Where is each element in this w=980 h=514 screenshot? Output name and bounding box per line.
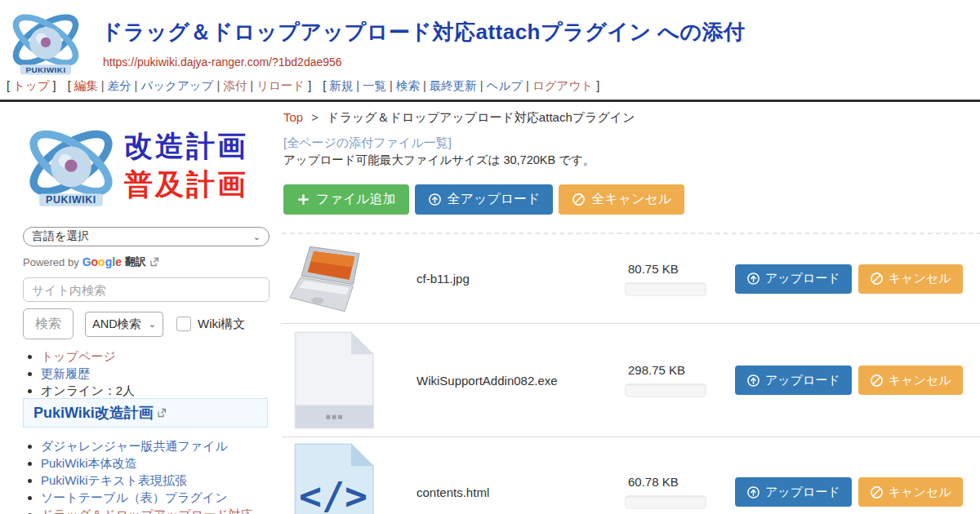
list-item: ソートテーブル（表）プラグイン — [41, 489, 268, 506]
svg-text:PUKIWIKI: PUKIWIKI — [25, 65, 65, 74]
nav-group: [ 新規 | 一覧 | 検索 | 最終更新 | ヘルプ | ログアウト ] — [323, 79, 599, 92]
cancel-button[interactable]: キャンセル — [858, 477, 963, 507]
cancel-all-label: 全キャンセル — [591, 191, 671, 208]
file-thumbnail — [288, 243, 386, 315]
project-box: PukiWiki改造計画 — [23, 398, 268, 428]
nav-group: [ 編集 | 差分 | バックアップ | 添付 | リロード ] — [68, 79, 312, 92]
page-title: ドラッグ＆ドロップアップロード対応attachプラグイン への添付 — [101, 18, 746, 47]
nav-link[interactable]: 新規 — [329, 79, 353, 92]
file-meta: 60.78 KB — [625, 475, 723, 509]
sidebar-link-list-top: トップページ更新履歴オンライン：2人 — [23, 348, 135, 399]
wiki-syntax-checkbox[interactable] — [176, 317, 191, 331]
max-upload-size-note: アップロード可能最大ファイルサイズは 30,720KB です。 — [283, 153, 595, 168]
sidebar-link[interactable]: ドラッグ＆ドロップアップロード対応attachプラグイン — [41, 507, 253, 514]
upload-all-button[interactable]: 全アップロード — [415, 184, 554, 215]
google-translate-credit: Powered by Google 翻訳 — [23, 255, 159, 269]
add-file-label: ファイル追加 — [316, 191, 396, 208]
list-item: 更新履歴 — [41, 365, 135, 382]
upload-progress-bar — [625, 282, 706, 296]
list-item: トップページ — [41, 348, 135, 365]
sidebar-link[interactable]: ダジャレンジャー版共通ファイル — [41, 439, 228, 453]
sidebar-link[interactable]: PukiWikiテキスト表現拡張 — [41, 473, 187, 487]
nav-link[interactable]: 添付 — [223, 79, 247, 92]
upload-progress-bar — [625, 495, 706, 509]
nav-link[interactable]: 差分 — [108, 79, 131, 92]
cancel-icon — [870, 374, 884, 388]
breadcrumb-current: ドラッグ＆ドロップアップロード対応attachプラグイン — [327, 110, 635, 124]
cancel-icon — [870, 485, 884, 499]
search-mode-value: AND検索 — [92, 317, 141, 332]
cancel-button[interactable]: キャンセル — [858, 366, 963, 395]
external-link-icon — [157, 408, 167, 418]
nav-link[interactable]: 最終更新 — [430, 79, 477, 92]
project-box-label: PukiWiki改造計画 — [33, 403, 154, 423]
file-thumbnail: </> — [288, 441, 386, 514]
file-name: contents.html — [386, 485, 625, 499]
sidebar-link[interactable]: 更新履歴 — [41, 366, 90, 380]
file-meta: 80.75 KB — [625, 262, 723, 296]
upload-progress-bar — [625, 383, 706, 397]
all-attachments-link[interactable]: [全ページの添付ファイル一覧] — [283, 135, 452, 151]
file-name: WikiSupportAddin082.exe — [386, 374, 625, 388]
wiki-syntax-label: Wiki構文 — [198, 317, 245, 332]
language-select[interactable]: 言語を選択 ⌄ — [23, 227, 270, 246]
powered-by-label: Powered by — [23, 256, 79, 268]
upload-icon — [746, 272, 760, 286]
file-row: WikiSupportAddin082.exe 298.75 KB アップロード… — [282, 324, 980, 437]
plus-icon — [296, 193, 310, 206]
banner-line2: 普及計画 — [124, 165, 248, 203]
list-item: ダジャレンジャー版共通ファイル — [41, 437, 268, 454]
chevron-down-icon: ⌄ — [253, 232, 261, 242]
nav-link[interactable]: ヘルプ — [487, 79, 523, 92]
top-nav: [ トップ ][ 編集 | 差分 | バックアップ | 添付 | リロード ][… — [7, 78, 611, 94]
breadcrumb-home-link[interactable]: Top — [283, 110, 303, 124]
sidebar-text: オンライン：2人 — [41, 383, 135, 397]
svg-text:</>: </> — [299, 474, 368, 514]
sidebar-link[interactable]: トップページ — [41, 349, 116, 363]
cancel-icon — [572, 193, 586, 206]
external-link-icon — [149, 257, 159, 267]
breadcrumb: Top > ドラッグ＆ドロップアップロード対応attachプラグイン — [283, 110, 635, 126]
page-url-link[interactable]: https://pukiwiki.dajya-ranger.com/?1bd2d… — [103, 55, 342, 69]
nav-link[interactable]: ログアウト — [532, 79, 593, 92]
nav-link[interactable]: トップ — [13, 79, 50, 92]
upload-button[interactable]: アップロード — [735, 366, 852, 395]
nav-link[interactable]: リロード — [256, 79, 305, 92]
header-divider — [0, 100, 980, 102]
nav-link[interactable]: 検索 — [396, 79, 420, 92]
nav-link[interactable]: バックアップ — [140, 79, 213, 92]
sidebar-banner[interactable]: PUKIWIKI 改造計画 普及計画 — [23, 111, 270, 219]
html-file-icon: </> — [288, 441, 378, 514]
site-search-input[interactable] — [23, 277, 270, 302]
list-item: PukiWikiテキスト表現拡張 — [41, 472, 268, 489]
google-logo: Google — [82, 255, 122, 268]
list-item: ドラッグ＆ドロップアップロード対応attachプラグイン — [41, 506, 268, 514]
sidebar-link[interactable]: PukiWiki本体改造 — [41, 456, 137, 470]
file-size: 60.78 KB — [625, 475, 723, 489]
upload-button[interactable]: アップロード — [735, 477, 852, 507]
file-row: cf-b11.jpg 80.75 KB アップロード キャンセル — [282, 234, 980, 324]
file-name: cf-b11.jpg — [386, 272, 625, 286]
list-item: PukiWiki本体改造 — [41, 454, 268, 472]
project-box-link[interactable]: PukiWiki改造計画 — [33, 403, 167, 423]
banner-text: 改造計画 普及計画 — [124, 126, 248, 204]
add-file-button[interactable]: ファイル追加 — [283, 184, 409, 215]
file-size: 80.75 KB — [625, 262, 723, 276]
file-drop-zone[interactable]: cf-b11.jpg 80.75 KB アップロード キャンセル WikiSup… — [282, 233, 980, 514]
svg-text:PUKIWIKI: PUKIWIKI — [46, 194, 96, 206]
sidebar-link-list-bottom: ダジャレンジャー版共通ファイルPukiWiki本体改造PukiWikiテキスト表… — [23, 437, 268, 514]
search-button[interactable]: 検索 — [23, 308, 74, 339]
nav-link[interactable]: 一覧 — [363, 79, 386, 92]
upload-button[interactable]: アップロード — [735, 264, 852, 294]
generic-file-icon — [288, 329, 378, 432]
list-item: オンライン：2人 — [41, 382, 135, 399]
nav-link[interactable]: 編集 — [74, 79, 98, 92]
sidebar-link[interactable]: ソートテーブル（表）プラグイン — [41, 490, 228, 504]
cancel-all-button[interactable]: 全キャンセル — [559, 184, 684, 215]
cancel-button[interactable]: キャンセル — [858, 264, 963, 294]
banner-line1: 改造計画 — [124, 126, 248, 165]
search-mode-select[interactable]: AND検索 ⌄ — [85, 312, 163, 337]
upload-icon — [428, 193, 442, 206]
chevron-down-icon: ⌄ — [149, 319, 156, 330]
pukiwiki-page: PUKIWIKI ドラッグ＆ドロップアップロード対応attachプラグイン への… — [0, 0, 980, 514]
